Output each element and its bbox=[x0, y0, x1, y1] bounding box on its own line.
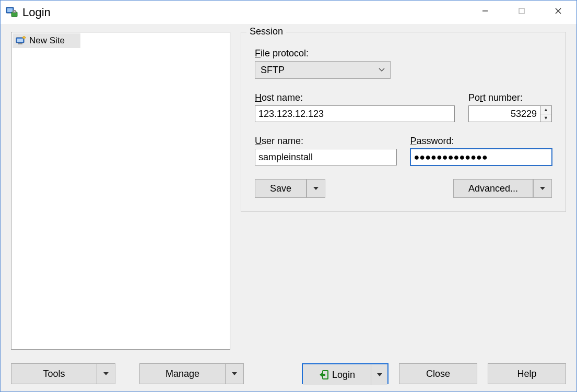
svg-marker-17 bbox=[320, 372, 325, 377]
titlebar: Login bbox=[1, 1, 576, 25]
svg-marker-14 bbox=[103, 372, 109, 375]
login-dialog: Login bbox=[0, 0, 577, 392]
chevron-down-icon bbox=[379, 66, 385, 74]
advanced-button[interactable]: Advanced... bbox=[453, 179, 533, 198]
save-dropdown[interactable] bbox=[307, 179, 325, 198]
file-protocol-select[interactable]: SFTP bbox=[255, 61, 391, 79]
port-spin-up[interactable]: ▲ bbox=[540, 106, 551, 114]
host-name-input[interactable] bbox=[255, 105, 455, 122]
port-spinner[interactable]: ▲ ▼ bbox=[540, 105, 552, 122]
window-controls bbox=[467, 1, 576, 21]
svg-rect-1 bbox=[7, 8, 13, 12]
app-icon bbox=[6, 6, 18, 19]
port-number-label: Port number: bbox=[468, 92, 552, 103]
username-input[interactable] bbox=[255, 149, 397, 165]
session-groupbox: Session File protocol: SFTP Host name: bbox=[241, 32, 566, 212]
tools-dropdown[interactable] bbox=[97, 363, 115, 384]
svg-rect-5 bbox=[519, 8, 524, 14]
sites-list[interactable]: New Site bbox=[11, 32, 230, 350]
tools-split-button[interactable]: Tools bbox=[11, 363, 115, 384]
save-button[interactable]: Save bbox=[255, 179, 307, 198]
session-panel: Session File protocol: SFTP Host name: bbox=[241, 32, 566, 350]
svg-marker-13 bbox=[540, 187, 545, 190]
login-button[interactable]: Login bbox=[303, 364, 371, 385]
site-item-new-site[interactable]: New Site bbox=[13, 33, 80, 48]
port-number-input[interactable] bbox=[468, 105, 540, 122]
svg-rect-9 bbox=[17, 39, 23, 42]
manage-split-button[interactable]: Manage bbox=[139, 363, 244, 384]
file-protocol-label: File protocol: bbox=[255, 48, 552, 59]
dialog-buttons: Tools Manage Login bbox=[11, 363, 566, 384]
port-spin-down[interactable]: ▼ bbox=[540, 114, 551, 122]
svg-rect-3 bbox=[13, 10, 16, 13]
svg-marker-18 bbox=[377, 373, 382, 376]
password-input[interactable] bbox=[410, 149, 552, 165]
close-button[interactable] bbox=[540, 1, 576, 21]
site-item-label: New Site bbox=[29, 35, 65, 46]
login-icon bbox=[319, 370, 329, 380]
password-label: Password: bbox=[410, 136, 552, 147]
close-dialog-button[interactable]: Close bbox=[399, 363, 477, 384]
minimize-button[interactable] bbox=[467, 1, 503, 21]
maximize-button[interactable] bbox=[503, 1, 540, 21]
computer-new-icon bbox=[16, 36, 26, 45]
tools-button[interactable]: Tools bbox=[11, 363, 97, 384]
help-button[interactable]: Help bbox=[488, 363, 566, 384]
login-split-button[interactable]: Login bbox=[302, 363, 388, 384]
dialog-body: New Site Session File protocol: SFTP bbox=[11, 32, 566, 350]
advanced-dropdown[interactable] bbox=[533, 179, 552, 198]
host-name-label: Host name: bbox=[255, 92, 455, 103]
login-dropdown[interactable] bbox=[371, 364, 387, 385]
svg-marker-12 bbox=[313, 187, 319, 190]
svg-rect-10 bbox=[18, 43, 22, 44]
svg-marker-15 bbox=[232, 372, 237, 375]
advanced-split-button[interactable]: Advanced... bbox=[453, 179, 552, 198]
window-title: Login bbox=[22, 6, 51, 19]
username-label: User name: bbox=[255, 136, 397, 147]
file-protocol-value: SFTP bbox=[261, 65, 285, 76]
save-split-button[interactable]: Save bbox=[255, 179, 325, 198]
manage-dropdown[interactable] bbox=[225, 363, 244, 384]
manage-button[interactable]: Manage bbox=[139, 363, 225, 384]
session-group-title: Session bbox=[246, 26, 286, 37]
